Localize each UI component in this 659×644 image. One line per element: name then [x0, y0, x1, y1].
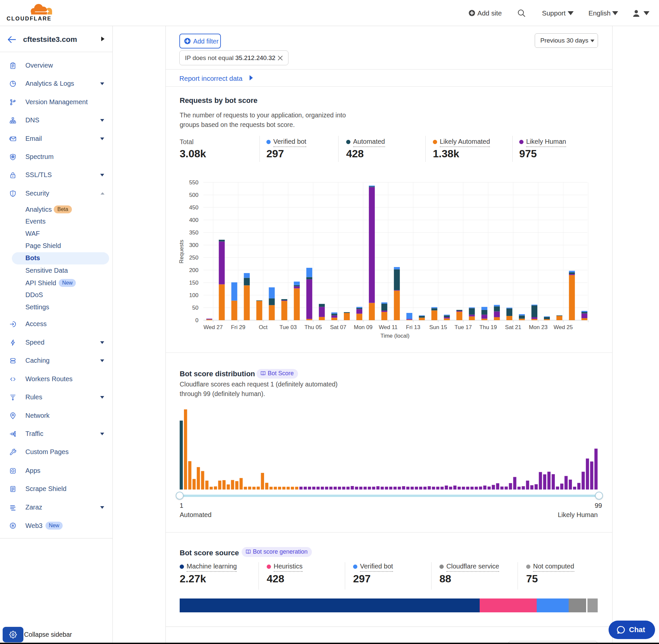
svg-text:Fri 13: Fri 13	[406, 324, 420, 330]
svg-text:Sun 15: Sun 15	[429, 324, 447, 330]
svg-text:0: 0	[195, 317, 198, 323]
svg-text:Requests: Requests	[178, 240, 185, 263]
svg-text:Mon 09: Mon 09	[354, 324, 373, 330]
svg-text:100: 100	[189, 292, 198, 298]
svg-text:Thu 19: Thu 19	[479, 324, 497, 330]
svg-text:450: 450	[189, 204, 198, 211]
svg-text:Sat 07: Sat 07	[330, 324, 346, 330]
svg-text:250: 250	[189, 255, 198, 261]
svg-text:Fri 29: Fri 29	[231, 324, 245, 330]
svg-text:550: 550	[189, 179, 198, 186]
svg-text:Wed 25: Wed 25	[554, 324, 573, 330]
svg-text:Tue 17: Tue 17	[455, 324, 472, 330]
svg-text:Tue 03: Tue 03	[280, 324, 297, 330]
svg-text:Oct: Oct	[259, 324, 268, 330]
svg-text:Thu 05: Thu 05	[304, 324, 322, 330]
svg-text:Mon 23: Mon 23	[529, 324, 547, 330]
svg-text:200: 200	[189, 267, 198, 273]
svg-text:Wed 27: Wed 27	[204, 324, 222, 330]
svg-text:500: 500	[189, 192, 198, 198]
svg-text:50: 50	[192, 305, 198, 311]
svg-text:Wed 11: Wed 11	[379, 324, 398, 330]
svg-text:300: 300	[189, 242, 198, 248]
svg-text:400: 400	[189, 217, 198, 223]
svg-text:Sat 21: Sat 21	[505, 324, 521, 330]
svg-text:350: 350	[189, 230, 198, 236]
svg-text:150: 150	[189, 280, 198, 286]
svg-text:Time (local): Time (local)	[380, 333, 409, 339]
